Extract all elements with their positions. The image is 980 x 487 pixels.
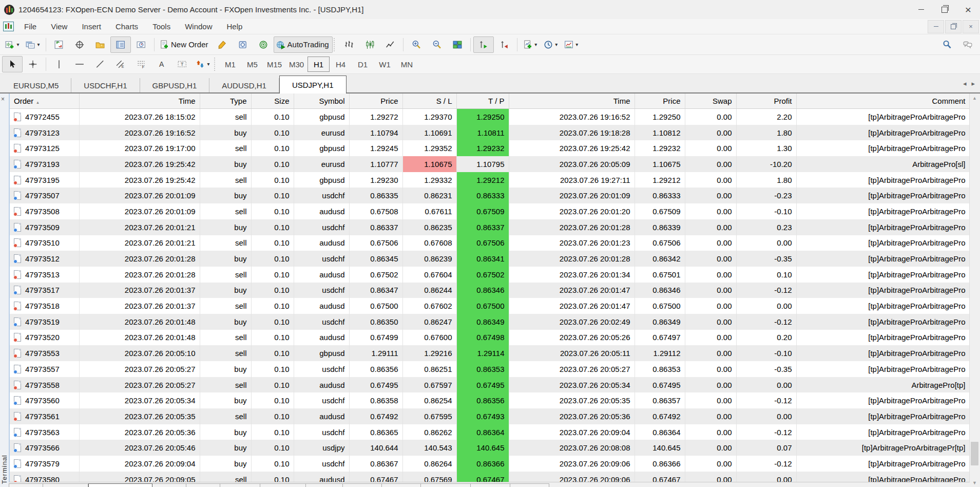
timeframe-d1[interactable]: D1 [352, 57, 374, 72]
text-label-button[interactable]: T [172, 56, 193, 72]
column-header-price[interactable]: Price [635, 93, 685, 109]
timeframe-m5[interactable]: M5 [241, 57, 263, 72]
tab-scroll-left-icon[interactable]: ◂ [963, 80, 967, 87]
child-close-icon[interactable]: × [963, 20, 979, 33]
column-header-time[interactable]: Time [79, 93, 200, 109]
menu-item-help[interactable]: Help [220, 19, 250, 34]
zoom-in-button[interactable] [406, 36, 427, 53]
periods-button[interactable]: ▾ [541, 36, 561, 53]
terminal-button[interactable] [110, 36, 131, 53]
equidistant-channel-button[interactable]: E [110, 56, 131, 72]
strategy-tester-button[interactable] [131, 36, 151, 53]
table-row[interactable]: 479735192023.07.26 20:01:48buy0.10usdchf… [10, 314, 969, 330]
column-header-sl[interactable]: S / L [402, 93, 456, 109]
experts-button[interactable] [233, 36, 253, 53]
new-chart-button[interactable]: ▾ [2, 36, 23, 53]
menu-item-tools[interactable]: Tools [145, 19, 178, 34]
data-window-button[interactable] [69, 36, 90, 53]
table-row[interactable]: 479731252023.07.26 19:17:00sell0.10gbpus… [10, 140, 969, 156]
timeframe-m30[interactable]: M30 [285, 57, 308, 72]
new-order-button[interactable]: New Order [157, 36, 212, 53]
dropdown-caret-icon[interactable]: ▾ [16, 42, 19, 47]
table-row[interactable]: 479735122023.07.26 20:01:28buy0.10usdchf… [10, 251, 969, 267]
cursor-button[interactable] [2, 56, 23, 72]
dropdown-caret-icon[interactable]: ▾ [37, 42, 40, 47]
table-row[interactable]: 479735092023.07.26 20:01:21buy0.10usdchf… [10, 219, 969, 235]
table-row[interactable]: 479724552023.07.26 18:15:02sell0.10gbpus… [10, 109, 969, 125]
menu-item-insert[interactable]: Insert [74, 19, 108, 34]
restore-icon[interactable] [933, 0, 956, 19]
table-row[interactable]: 479731952023.07.26 19:25:42sell0.10gbpus… [10, 172, 969, 188]
chat-button[interactable] [957, 36, 978, 53]
metaeditor-button[interactable] [212, 36, 233, 53]
table-row[interactable]: 479731232023.07.26 19:16:52buy0.10eurusd… [10, 125, 969, 141]
timeframe-mn[interactable]: MN [396, 57, 418, 72]
terminal-tab-company[interactable]: Company [260, 483, 306, 487]
zoom-out-button[interactable] [427, 36, 447, 53]
terminal-tab-exposure[interactable]: Exposure [43, 483, 88, 487]
chart-tab-usdjpy-h1[interactable]: USDJPY,H1 [279, 76, 347, 93]
scroll-down-icon[interactable]: ▼ [970, 478, 979, 487]
trend-line-button[interactable] [90, 56, 110, 72]
chart-shift-button[interactable] [494, 36, 514, 53]
terminal-tab-trade[interactable]: Trade [9, 483, 43, 487]
table-row[interactable]: 479735612023.07.26 20:05:35sell0.10audus… [10, 408, 969, 424]
horizontal-line-button[interactable] [69, 56, 90, 72]
tab-scroll-right-icon[interactable]: ▸ [971, 80, 975, 87]
line-chart-button[interactable] [380, 36, 400, 53]
table-row[interactable]: 479735572023.07.26 20:05:27buy0.10usdchf… [10, 361, 969, 377]
text-button[interactable]: A [151, 56, 172, 72]
minimize-icon[interactable] [909, 0, 933, 19]
autotrading-button[interactable]: AutoTrading [274, 36, 333, 53]
column-header-symbol[interactable]: Symbol [294, 93, 349, 109]
menu-item-window[interactable]: Window [178, 19, 219, 34]
table-row[interactable]: 479735072023.07.26 20:01:09buy0.10usdchf… [10, 188, 969, 203]
column-header-swap[interactable]: Swap [685, 93, 736, 109]
table-row[interactable]: 479735082023.07.26 20:01:09sell0.10audus… [10, 203, 969, 219]
templates-button[interactable]: ▾ [561, 36, 582, 53]
terminal-tab-code-base[interactable]: Code Base [421, 483, 471, 487]
indicators-button[interactable]: ▾ [520, 36, 541, 53]
column-header-time[interactable]: Time [509, 93, 635, 109]
terminal-tab-market[interactable]: Market [306, 483, 343, 487]
table-row[interactable]: 479735102023.07.26 20:01:21sell0.10audus… [10, 235, 969, 251]
terminal-tab-articles[interactable]: Articles [382, 483, 421, 487]
scroll-up-icon[interactable]: ▲ [970, 93, 979, 102]
arrows-button[interactable]: ▾ [193, 56, 213, 72]
chart-tab-eurusd-m5[interactable]: EURUSD,M5 [1, 78, 71, 92]
terminal-tab-signals[interactable]: Signals [343, 483, 382, 487]
table-row[interactable]: 479735532023.07.26 20:05:10sell0.10gbpus… [10, 345, 969, 361]
fibonacci-button[interactable]: F [131, 56, 151, 72]
dropdown-caret-icon[interactable]: ▾ [534, 42, 537, 47]
timeframe-h1[interactable]: H1 [308, 57, 330, 72]
column-header-price[interactable]: Price [349, 93, 402, 109]
market-watch-button[interactable] [49, 36, 69, 53]
table-row[interactable]: 479735202023.07.26 20:01:48sell0.10audus… [10, 330, 969, 346]
chart-tab-gbpusd-h1[interactable]: GBPUSD,H1 [140, 78, 210, 92]
child-minimize-icon[interactable] [928, 20, 944, 33]
terminal-tab-account-history[interactable]: Account History [88, 483, 152, 487]
terminal-tab-news[interactable]: News [152, 483, 186, 487]
dropdown-caret-icon[interactable]: ▾ [555, 42, 558, 47]
auto-scroll-button[interactable] [473, 36, 494, 53]
timeframe-h4[interactable]: H4 [330, 57, 352, 72]
column-header-comment[interactable]: Comment [796, 93, 969, 109]
dropdown-caret-icon[interactable]: ▾ [575, 42, 578, 47]
web-button[interactable] [253, 36, 274, 53]
table-row[interactable]: 479735792023.07.26 20:09:04buy0.10usdchf… [10, 456, 969, 472]
table-row[interactable]: 479735582023.07.26 20:05:27sell0.10audus… [10, 377, 969, 393]
chart-tab-usdchf-h1[interactable]: USDCHF,H1 [71, 78, 140, 92]
table-row[interactable]: 479735662023.07.26 20:05:46buy0.10usdjpy… [10, 440, 969, 456]
table-row[interactable]: 479735182023.07.26 20:01:37sell0.10audus… [10, 298, 969, 314]
terminal-tab-alerts[interactable]: Alerts [186, 483, 220, 487]
crosshair-button[interactable] [23, 56, 43, 72]
chart-tab-audusd-h1[interactable]: AUDUSD,H1 [209, 78, 279, 92]
scrollbar-thumb[interactable] [971, 442, 978, 465]
navigator-button[interactable] [90, 36, 110, 53]
vertical-line-button[interactable] [49, 56, 69, 72]
terminal-tab-journal[interactable]: Journal [510, 483, 549, 487]
terminal-tab-mailbox[interactable]: Mailbox [220, 483, 260, 487]
table-row[interactable]: 479735132023.07.26 20:01:28sell0.10audus… [10, 267, 969, 283]
column-header-order[interactable]: Order▴ [10, 93, 79, 109]
column-header-size[interactable]: Size [251, 93, 294, 109]
